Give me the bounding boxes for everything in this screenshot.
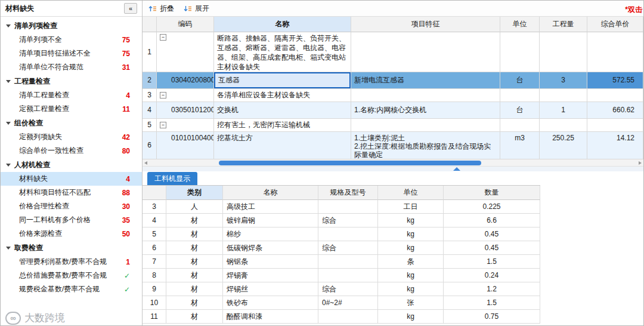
detail-row[interactable]: 6 材 低碳钢焊条 综合 kg 0.45 [143,241,540,255]
scroll-right-arrow-icon[interactable] [639,161,642,165]
tab-labor-material-display[interactable]: 工料机显示 [147,172,197,185]
category-cell: 人 [166,200,223,214]
header-quantity[interactable]: 工程量 [540,17,587,32]
unit-cell: m3 [500,132,540,159]
double-click-hint: *双击 [625,5,642,15]
unit-cell: kg [378,241,444,255]
sidebar-item-feature-desc-incomplete[interactable]: 清单项目特征描述不全 75 [1,47,142,60]
sidebar-item-price-reasonableness[interactable]: 价格合理性检查 30 [1,199,142,213]
detail-row[interactable]: 5 材 棉纱 kg 0.45 [143,227,540,241]
sidebar-section-fee-check[interactable]: 取费检查 [1,241,142,255]
item-label: 清单工程量检查 [19,90,69,100]
unit-cell: kg [378,269,444,282]
header-price[interactable]: 综合单价 [587,17,643,32]
horizontal-scrollbar[interactable] [143,159,643,167]
header-quantity[interactable]: 数量 [444,186,540,200]
detail-row[interactable]: 3 人 高级技工 工日 0.225 [143,200,540,214]
expand-button[interactable]: 展开 [184,4,209,14]
sidebar-item-list-items-incomplete[interactable]: 清单列项不全 75 [1,33,142,47]
sidebar-body: 清单列项检查 清单列项不全 75 清单项目特征描述不全 75 清单单位不符合规范… [1,17,142,325]
sidebar-item-price-source-check[interactable]: 价格来源检查 50 [1,227,142,241]
section-title: 取费检查 [14,243,43,253]
sidebar-item-tax-fee-compliant[interactable]: 规费税金基数/费率不合规 ✓ [1,282,142,296]
sidebar-item-multiple-prices[interactable]: 同一工料机有多个价格 35 [1,213,142,227]
collapse-toggle-icon[interactable]: − [160,122,166,128]
price-cell [587,32,643,72]
sidebar-section-list-check[interactable]: 清单列项检查 [1,19,142,33]
name-cell: 各清单相应设备主材设备缺失 [214,89,351,102]
header-spec[interactable]: 规格及型号 [318,186,378,200]
spec-cell [318,255,378,269]
header-code[interactable]: 编码 [157,17,214,32]
fold-button[interactable]: 折叠 [148,4,174,14]
row-number: 5 [143,119,157,132]
row-number: 9 [143,282,166,296]
table-row[interactable]: 1 − 断路器、接触器、隔离开关、负荷开关、互感器、熔断器、避雷器、电抗器、电容… [143,32,643,72]
row-number: 6 [143,132,157,159]
quantity-cell: 6.6 [444,214,540,227]
sidebar-item-unit-price-consistency[interactable]: 综合单价一致性检查 80 [1,144,142,158]
item-count: 4 [126,175,130,183]
item-count: 31 [122,63,130,72]
scrollbar-thumb[interactable] [219,161,481,165]
section-title: 清单列项检查 [14,21,57,31]
header-name[interactable]: 名称 [214,17,351,32]
row-number: 4 [143,214,166,227]
name-cell: 高级技工 [223,200,318,214]
collapse-toggle-icon[interactable]: − [160,92,166,99]
detail-row[interactable]: 8 材 焊锡膏 kg 0.24 [143,269,540,282]
header-unit[interactable]: 单位 [378,186,444,200]
quantity-cell: 0.24 [444,269,540,282]
detail-row[interactable]: 7 材 钢锯条 条 1.5 [143,255,540,269]
sidebar-collapse-button[interactable]: « [124,3,137,14]
header-feature[interactable]: 项目特征 [351,17,500,32]
sidebar-section-quantity-check[interactable]: 工程量检查 [1,74,142,88]
quantity-cell: 1.5 [444,296,540,310]
item-label: 材料和项目特征不匹配 [19,187,91,198]
sidebar-section-labor-material-check[interactable]: 人材机检查 [1,158,142,172]
detail-row[interactable]: 11 材 酚醛调和漆 kg 0.75 [143,310,540,324]
section-expanded-icon [6,24,11,27]
sidebar-item-quota-items-missing[interactable]: 定额列项缺失 42 [1,130,142,144]
item-count: 50 [122,230,130,238]
check-ok-icon: ✓ [124,272,130,280]
code-cell: − [157,89,214,102]
unit-cell: kg [378,310,444,324]
expand-icon [184,5,192,13]
table-row[interactable]: 5 − 挖有害土，无密闭车运输机械 [143,119,643,132]
scroll-left-arrow-icon[interactable] [144,161,147,165]
sidebar-item-quota-quantity-check[interactable]: 定额工程量检查 11 [1,102,142,116]
table-row[interactable]: 3 − 各清单相应设备主材设备缺失 [143,89,643,102]
header-unit[interactable]: 单位 [500,17,540,32]
detail-row[interactable]: 4 材 镀锌扁钢 综合 kg 6.6 [143,214,540,227]
table-row[interactable]: 4 030501012003 交换机 1.名称:内网核心交换机 台 1 660.… [143,102,643,119]
sidebar-item-material-missing[interactable]: 材料缺失 4 [1,172,142,186]
sidebar-item-list-quantity-check[interactable]: 清单工程量检查 4 [1,88,142,102]
detail-row[interactable]: 9 材 焊锡丝 综合 kg 1.2 [143,282,540,296]
header-name[interactable]: 名称 [223,186,318,200]
detail-table: 类别 名称 规格及型号 单位 数量 3 人 高级技工 工日 0.225 4 材 … [143,185,540,324]
name-cell-editor[interactable]: 互感器 [214,72,351,88]
unit-cell [500,32,540,72]
code-cell: 030501012003 [157,102,214,119]
table-row-selected[interactable]: 2 030402008001 互感器 新增电流互感器 台 3 572.55 [143,72,643,89]
sidebar-item-unit-nonstandard[interactable]: 清单单位不符合规范 31 [1,60,142,74]
category-cell: 材 [166,296,223,310]
detail-row[interactable]: 10 材 铁砂布 0#~2# 张 1.5 [143,296,540,310]
section-expanded-icon [6,247,11,250]
pane-splitter[interactable] [143,167,643,171]
sidebar-item-management-fee-noncompliant[interactable]: 管理费利润基数/费率不合规 1 [1,255,142,269]
sidebar-item-material-feature-mismatch[interactable]: 材料和项目特征不匹配 88 [1,186,142,199]
spec-cell: 综合 [318,214,378,227]
collapse-toggle-icon[interactable]: − [160,34,166,41]
unit-cell: 台 [500,102,540,119]
header-category[interactable]: 类别 [166,186,223,200]
category-cell: 材 [166,241,223,255]
sidebar-section-pricing-check[interactable]: 组价检查 [1,116,142,130]
sidebar-item-measure-fee-compliant[interactable]: 总价措施费基数/费率不合规 ✓ [1,269,142,282]
splitter-collapse-arrow-icon[interactable] [453,167,460,171]
detail-header-row: 类别 名称 规格及型号 单位 数量 [143,186,540,200]
name-cell: 镀锌扁钢 [223,214,318,227]
unit-cell: 条 [378,255,444,269]
table-row[interactable]: 6 010101004001 挖基坑土方 1.土壤类别:泥土 2.挖土深度:根据… [143,132,643,159]
